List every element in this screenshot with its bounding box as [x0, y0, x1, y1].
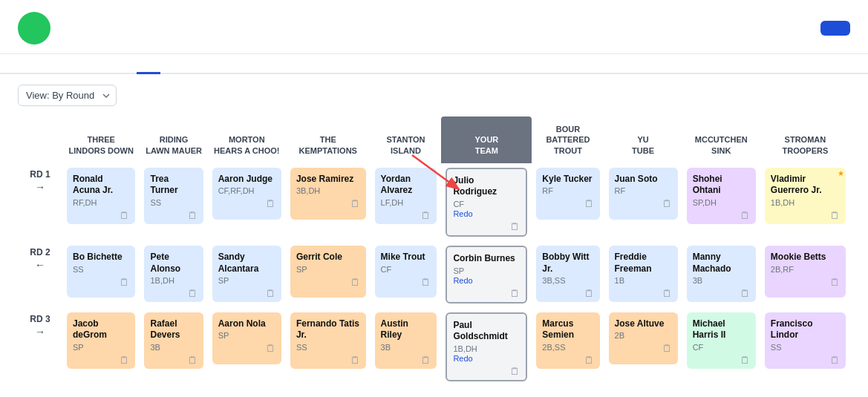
player-name: Corbin Burnes — [453, 253, 520, 265]
note-icon[interactable]: 🗒 — [584, 355, 594, 366]
pick-card-r3-c8: Jose Altuve2B🗒 — [609, 312, 678, 364]
pick-card-r2-c4: Gerrit ColeSP🗒 — [290, 246, 366, 298]
note-icon[interactable]: 🗒 — [740, 210, 750, 221]
player-name: Aaron Nola — [218, 318, 275, 330]
pick-card-r1-c3: Aaron JudgeCF,RF,DH🗒 — [212, 168, 281, 220]
pick-cell-r2-c8: Freddie Freeman1B🗒 — [604, 241, 682, 308]
note-icon[interactable]: 🗒 — [188, 355, 198, 366]
player-position: SS — [296, 343, 360, 352]
pick-card-r1-c10: Vladimir Guerrero Jr.1B,DH🗒★ — [765, 168, 846, 224]
player-name: Aaron Judge — [218, 174, 275, 186]
header-left — [18, 12, 61, 45]
pick-cell-r1-c7: Kyle TuckerRF🗒 — [532, 163, 604, 241]
note-icon[interactable]: 🗒 — [421, 277, 431, 288]
view-select[interactable]: View: By Round View: By Team — [18, 85, 117, 106]
pick-card-r3-c2: Rafael Devers3B🗒 — [144, 312, 203, 369]
note-icon[interactable]: 🗒 — [584, 288, 594, 299]
note-icon[interactable]: 🗒 — [740, 288, 750, 299]
note-icon[interactable]: 🗒 — [830, 355, 840, 366]
pick-cell-r2-c5: Mike TroutCF🗒 — [371, 241, 442, 308]
redo-link[interactable]: Redo — [453, 354, 520, 363]
corner-icon: ★ — [838, 169, 844, 177]
note-icon[interactable]: 🗒 — [830, 277, 840, 288]
note-icon[interactable]: 🗒 — [350, 355, 360, 366]
player-name: Shohei Ohtani — [693, 174, 750, 197]
note-icon[interactable]: 🗒 — [120, 277, 129, 288]
player-position: SP,DH — [693, 198, 750, 207]
note-icon[interactable]: 🗒 — [510, 288, 520, 299]
player-name: Gerrit Cole — [296, 252, 360, 263]
player-name: Bobby Witt Jr. — [542, 252, 593, 275]
pick-cell-r3-c5: Austin Riley3B🗒 — [371, 308, 442, 386]
note-icon[interactable]: 🗒 — [584, 198, 594, 209]
player-name: Ronald Acuna Jr. — [73, 174, 129, 197]
col-header-col2: RIDINGLAWN MAUER — [140, 117, 207, 163]
player-position: SS — [150, 198, 197, 207]
pick-card-r1-c9: Shohei OhtaniSP,DH🗒 — [687, 168, 756, 224]
note-icon[interactable]: 🗒 — [662, 343, 672, 354]
pick-card-r3-c10: Francisco LindorSS🗒 — [765, 312, 846, 369]
pick-cell-r1-c5: Yordan AlvarezLF,DH🗒 — [371, 163, 442, 241]
note-icon[interactable]: 🗒 — [830, 210, 840, 221]
main-nav — [0, 54, 868, 74]
pick-card-r3-c1: Jacob deGromSP🗒 — [67, 312, 135, 369]
note-icon[interactable]: 🗒 — [188, 210, 198, 221]
player-position: 3B,SS — [542, 276, 593, 285]
player-name: Kyle Tucker — [542, 174, 593, 186]
player-position: SP — [296, 265, 360, 274]
pick-cell-r1-c4: Jose Ramirez3B,DH🗒 — [286, 163, 371, 241]
note-icon[interactable]: 🗒 — [120, 355, 129, 366]
note-icon[interactable]: 🗒 — [266, 288, 275, 299]
note-icon[interactable]: 🗒 — [350, 198, 360, 209]
toolbar: View: By Round View: By Team — [0, 74, 868, 117]
note-icon[interactable]: 🗒 — [266, 198, 275, 209]
note-icon[interactable]: 🗒 — [662, 288, 672, 299]
pick-cell-r1-c8: Juan SotoRF🗒 — [604, 163, 682, 241]
pick-cell-r3-c1: Jacob deGromSP🗒 — [62, 308, 140, 386]
note-icon[interactable]: 🗒 — [421, 355, 431, 366]
player-position: 2B,RF — [771, 265, 840, 274]
mock-again-button[interactable] — [820, 21, 850, 36]
player-position: RF — [542, 186, 593, 195]
nav-summary[interactable] — [18, 54, 42, 74]
redo-link[interactable]: Redo — [453, 276, 520, 285]
note-icon[interactable]: 🗒 — [662, 198, 672, 209]
pick-card-r1-c8: Juan SotoRF🗒 — [609, 168, 678, 220]
player-position: SP — [73, 343, 129, 352]
nav-steals-reaches[interactable] — [89, 54, 113, 74]
pick-cell-r1-c6: Julio RodriguezCFRedo🗒 — [441, 163, 532, 241]
pick-card-r1-c2: Trea TurnerSS🗒 — [144, 168, 203, 224]
player-name: Jose Altuve — [615, 318, 672, 330]
note-icon[interactable]: 🗒 — [421, 210, 431, 221]
nav-expert-opinions[interactable] — [42, 54, 65, 74]
player-name: Jose Ramirez — [296, 174, 360, 186]
pick-card-r2-c10: Mookie Betts2B,RF🗒 — [765, 246, 846, 298]
pick-card-r2-c9: Manny Machado3B🗒 — [687, 246, 756, 302]
nav-team-strengths[interactable] — [113, 54, 137, 74]
pick-cell-r3-c3: Aaron NolaSP🗒 — [208, 308, 286, 386]
pick-card-r3-c4: Fernando Tatis Jr.SS🗒 — [290, 312, 366, 369]
pick-card-r1-c5: Yordan AlvarezLF,DH🗒 — [375, 168, 437, 224]
player-position: RF,DH — [73, 198, 129, 207]
player-position: CF — [693, 343, 750, 352]
note-icon[interactable]: 🗒 — [266, 343, 275, 354]
note-icon[interactable]: 🗒 — [510, 221, 520, 232]
pick-card-r3-c5: Austin Riley3B🗒 — [375, 312, 437, 369]
note-icon[interactable]: 🗒 — [350, 277, 360, 288]
player-name: Yordan Alvarez — [381, 174, 431, 197]
player-name: Mookie Betts — [771, 252, 840, 263]
note-icon[interactable]: 🗒 — [510, 366, 520, 377]
player-name: Marcus Semien — [542, 318, 593, 341]
col-header-col6: YOURTEAM — [441, 117, 532, 163]
note-icon[interactable]: 🗒 — [188, 288, 198, 299]
col-header-col4: THEKEMPTATIONS — [286, 117, 371, 163]
nav-draft-board[interactable] — [137, 54, 160, 74]
note-icon[interactable]: 🗒 — [740, 355, 750, 366]
player-name: Freddie Freeman — [615, 252, 672, 275]
player-position: CF,RF,DH — [218, 186, 275, 195]
redo-link[interactable]: Redo — [453, 209, 520, 218]
pick-cell-r1-c1: Ronald Acuna Jr.RF,DH🗒 — [62, 163, 140, 241]
pick-cell-r2-c7: Bobby Witt Jr.3B,SS🗒 — [532, 241, 604, 308]
nav-categories[interactable] — [65, 54, 89, 74]
note-icon[interactable]: 🗒 — [120, 210, 129, 221]
